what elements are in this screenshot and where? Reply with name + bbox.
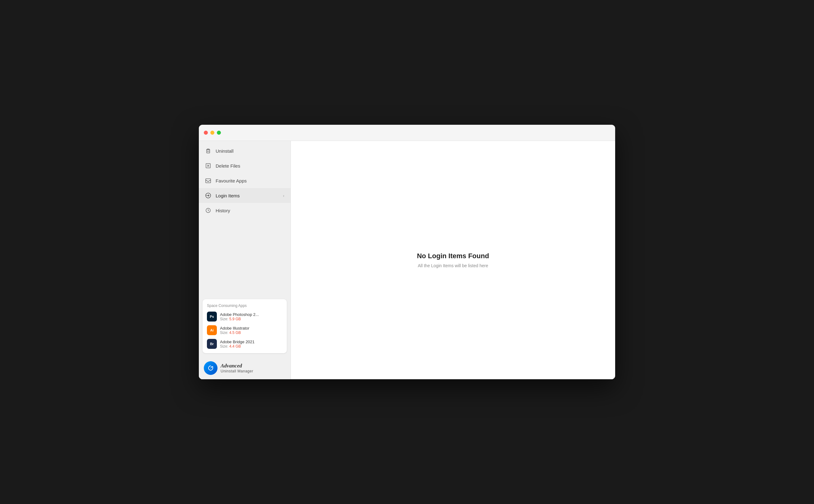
brand-logo: [204, 361, 218, 375]
clock-icon: [205, 207, 211, 214]
trash-icon: [205, 148, 211, 154]
bridge-info: Adobe Bridge 2021 Size: 4.4 GB: [220, 340, 255, 349]
sidebar-item-uninstall-label: Uninstall: [216, 148, 234, 154]
app-window: Uninstall Delete Files: [199, 125, 615, 379]
chevron-right-icon: ›: [283, 193, 284, 198]
empty-subtitle: All the Login Items will be listed here: [418, 263, 488, 268]
photoshop-size: Size: 5.9 GB: [220, 317, 259, 321]
bridge-size: Size: 4.4 GB: [220, 344, 255, 349]
minimize-button[interactable]: [210, 131, 215, 135]
sidebar-item-delete-files-label: Delete Files: [216, 163, 240, 169]
space-consuming-apps-card: Space Consuming Apps Ps Adobe Photoshop …: [202, 299, 287, 353]
close-button[interactable]: [204, 131, 208, 135]
traffic-lights: [204, 131, 221, 135]
sidebar-item-favourite-apps[interactable]: Favourite Apps: [199, 173, 291, 188]
brand-text: Advanced Uninstall Manager: [221, 363, 253, 373]
list-item[interactable]: Ai Adobe Illustrator Size: 4.5 GB: [207, 325, 283, 335]
bridge-name: Adobe Bridge 2021: [220, 340, 255, 344]
photoshop-name: Adobe Photoshop 2...: [220, 312, 259, 317]
maximize-button[interactable]: [217, 131, 221, 135]
brand-sub: Uninstall Manager: [221, 369, 253, 373]
sidebar-nav: Uninstall Delete Files: [199, 141, 291, 295]
titlebar: [199, 125, 615, 141]
sidebar-item-login-items-label: Login Items: [216, 193, 240, 198]
sidebar-item-history[interactable]: History: [199, 203, 291, 218]
illustrator-icon: Ai: [207, 325, 217, 335]
list-item[interactable]: Ps Adobe Photoshop 2... Size: 5.9 GB: [207, 312, 283, 322]
sidebar-item-uninstall[interactable]: Uninstall: [199, 143, 291, 158]
svg-rect-6: [206, 179, 211, 183]
sidebar: Uninstall Delete Files: [199, 141, 291, 379]
illustrator-size: Size: 4.5 GB: [220, 331, 250, 335]
photoshop-icon: Ps: [207, 312, 217, 322]
brand-footer: Advanced Uninstall Manager: [199, 357, 291, 379]
space-card-title: Space Consuming Apps: [207, 304, 283, 308]
illustrator-name: Adobe Illustrator: [220, 326, 250, 331]
svg-rect-0: [207, 150, 210, 153]
bridge-icon: Br: [207, 339, 217, 349]
photoshop-info: Adobe Photoshop 2... Size: 5.9 GB: [220, 312, 259, 321]
delete-files-icon: [205, 163, 211, 169]
login-icon: [205, 192, 211, 199]
illustrator-info: Adobe Illustrator Size: 4.5 GB: [220, 326, 250, 335]
list-item[interactable]: Br Adobe Bridge 2021 Size: 4.4 GB: [207, 339, 283, 349]
heart-icon: [205, 178, 211, 184]
main-content: No Login Items Found All the Login Items…: [291, 141, 615, 379]
sidebar-item-favourite-apps-label: Favourite Apps: [216, 178, 247, 183]
empty-title: No Login Items Found: [417, 252, 489, 260]
sidebar-item-delete-files[interactable]: Delete Files: [199, 158, 291, 173]
sidebar-item-history-label: History: [216, 208, 230, 213]
window-body: Uninstall Delete Files: [199, 141, 615, 379]
sidebar-item-login-items[interactable]: Login Items ›: [199, 188, 291, 203]
brand-name: Advanced: [221, 363, 253, 369]
